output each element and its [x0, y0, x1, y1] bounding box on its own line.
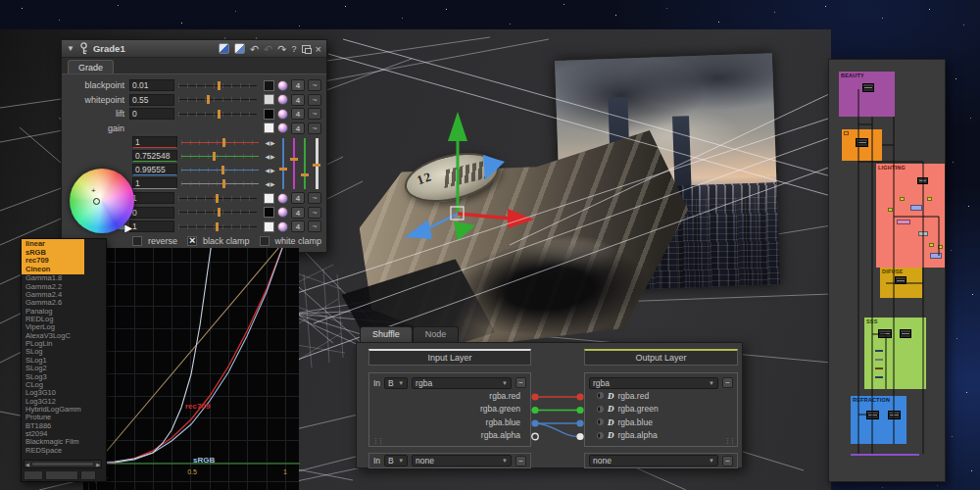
channel-toggle-icon[interactable] — [597, 432, 604, 439]
color-wheel-expand-icon[interactable]: ▶ — [124, 222, 132, 233]
curve-button[interactable]: ~ — [308, 79, 321, 91]
tab-node[interactable]: Node — [413, 326, 460, 342]
output-channel-blue[interactable]: D rgba.blue — [585, 416, 737, 429]
undo-icon[interactable]: ↶ — [250, 45, 259, 53]
input-channel-red[interactable]: rgba.red — [369, 389, 530, 403]
color-swatch[interactable] — [264, 207, 274, 218]
gizmo-x-axis-arrow[interactable] — [508, 209, 534, 228]
rec709-curve[interactable] — [96, 248, 285, 464]
input-channel-green[interactable]: rgba.green — [369, 403, 530, 416]
white-clamp-checkbox[interactable] — [260, 236, 270, 246]
gain-red-field[interactable] — [132, 136, 177, 148]
lut-curve-editor[interactable]: 0.9 0.8 0.7 0.6 0.5 0.4 0.3 0.2 0.1 0 0.… — [82, 248, 299, 490]
input-dot-red[interactable] — [531, 393, 538, 400]
node-graph-panel[interactable]: BEAUTY LIGHTING DIFUSE SSS — [828, 59, 946, 482]
curve-button[interactable]: ~ — [308, 108, 321, 120]
gain-green-field[interactable] — [132, 150, 177, 162]
remove-layer-button[interactable]: − — [722, 377, 733, 388]
whitepoint-slider[interactable] — [178, 94, 257, 105]
gizmo-rotate-handle[interactable] — [483, 155, 505, 180]
output-channel-red[interactable]: D rgba.red — [585, 389, 737, 403]
input-dot-blue[interactable] — [531, 419, 538, 426]
node-indicator-blue-icon[interactable] — [219, 43, 229, 54]
key-icon[interactable] — [79, 42, 88, 55]
remove-layer-button[interactable]: − — [515, 456, 526, 466]
channels-button[interactable]: 4 — [291, 192, 305, 204]
gizmo-y-axis-arrow[interactable] — [448, 112, 467, 141]
colorspace-selected-group[interactable]: linear sRGB rec709 Cineon — [22, 239, 84, 274]
gain-red-slider[interactable] — [181, 137, 259, 148]
output-channel-green[interactable]: D rgba.green — [585, 403, 737, 416]
offset-value-field[interactable] — [129, 207, 174, 219]
input-ab-dropdown[interactable]: B▼ — [384, 377, 408, 389]
input-dot-green[interactable] — [531, 407, 538, 414]
list-item[interactable]: REDSpace — [25, 447, 106, 455]
linear-curve[interactable] — [96, 248, 285, 464]
color-swatch[interactable] — [264, 122, 274, 133]
channel-toggle-icon[interactable] — [597, 406, 604, 413]
lift-value-field[interactable] — [129, 108, 174, 120]
color-picker-ball-icon[interactable] — [277, 109, 288, 120]
panel-collapse-icon[interactable]: ▼ — [67, 45, 74, 53]
color-picker-ball-icon[interactable] — [277, 221, 288, 232]
redo-icon[interactable]: ↷ — [277, 45, 286, 53]
output-dot-blue[interactable] — [576, 419, 583, 426]
tab-grade[interactable]: Grade — [68, 60, 114, 74]
remove-layer-button[interactable]: − — [722, 456, 733, 466]
remove-layer-button[interactable]: − — [515, 377, 526, 388]
horizontal-scrollbar[interactable]: ◀ ▶ — [24, 460, 102, 468]
whitepoint-value-field[interactable] — [129, 94, 174, 106]
value-nudge-arrows[interactable]: ◀▶ — [263, 180, 278, 187]
curve-button[interactable]: ~ — [308, 192, 321, 204]
black-clamp-checkbox[interactable] — [187, 236, 197, 246]
gizmo-plane-handle[interactable] — [454, 221, 475, 241]
list-item[interactable]: Cineon — [25, 266, 84, 274]
color-wheel-marker[interactable] — [93, 198, 100, 205]
drag-grip[interactable]: ⋮⋮ — [372, 437, 382, 444]
srgb-curve[interactable] — [96, 248, 285, 464]
gain-blue-slider[interactable] — [181, 165, 259, 175]
color-swatch[interactable] — [264, 193, 274, 204]
color-picker-ball-icon[interactable] — [277, 207, 288, 218]
color-picker-ball-icon[interactable] — [277, 193, 288, 204]
curve-button[interactable]: ~ — [308, 207, 321, 219]
channel-toggle-icon[interactable] — [597, 418, 604, 425]
gamma-slider[interactable] — [178, 221, 257, 232]
close-icon[interactable]: × — [316, 45, 321, 53]
offset-slider[interactable] — [178, 207, 257, 218]
output-dot-green[interactable] — [576, 407, 583, 414]
output-layer-dropdown[interactable]: rgba▼ — [589, 377, 718, 389]
scrollbar-thumb[interactable] — [31, 462, 94, 466]
input-layer-dropdown[interactable]: rgba▼ — [412, 377, 512, 389]
channels-button[interactable]: 4 — [291, 79, 305, 91]
grade-panel-titlebar[interactable]: ▼ Grade1 ↶ ↶ ↷ ? × — [62, 40, 326, 58]
curve-button[interactable]: ~ — [308, 94, 321, 106]
float-window-icon[interactable] — [302, 45, 311, 53]
reverse-checkbox[interactable] — [132, 236, 142, 246]
output-channel-alpha[interactable]: D rgba.alpha — [585, 429, 737, 443]
gain-alpha-field[interactable] — [132, 177, 177, 189]
channels-button[interactable]: 4 — [291, 122, 305, 134]
color-swatch[interactable] — [264, 80, 274, 91]
input-ab-dropdown-2[interactable]: B▼ — [384, 455, 408, 466]
color-swatch[interactable] — [264, 109, 274, 120]
gain-vertical-mini-sliders[interactable] — [278, 136, 321, 191]
transform-gizmo[interactable] — [397, 106, 544, 248]
gamma-value-field[interactable] — [129, 220, 174, 232]
input-channel-alpha[interactable]: rgba.alpha — [369, 429, 530, 443]
blackpoint-slider[interactable] — [178, 80, 257, 91]
gizmo-z-axis-arrow[interactable] — [405, 220, 432, 239]
color-picker-ball-icon[interactable] — [277, 80, 288, 91]
drag-grip[interactable]: ⋮⋮ — [724, 437, 734, 444]
gain-alpha-slider[interactable] — [181, 178, 259, 189]
color-picker-ball-icon[interactable] — [277, 94, 288, 105]
color-swatch[interactable] — [264, 94, 274, 105]
color-wheel[interactable]: + ▶ — [70, 169, 134, 233]
channel-toggle-icon[interactable] — [597, 392, 604, 399]
value-nudge-arrows[interactable]: ◀▶ — [263, 139, 278, 146]
gain-blue-field[interactable] — [132, 164, 177, 175]
blackpoint-value-field[interactable] — [129, 79, 174, 91]
curve-button[interactable]: ~ — [308, 122, 321, 134]
cineon-curve[interactable] — [96, 248, 214, 463]
node-indicator-white-icon[interactable] — [234, 43, 245, 54]
